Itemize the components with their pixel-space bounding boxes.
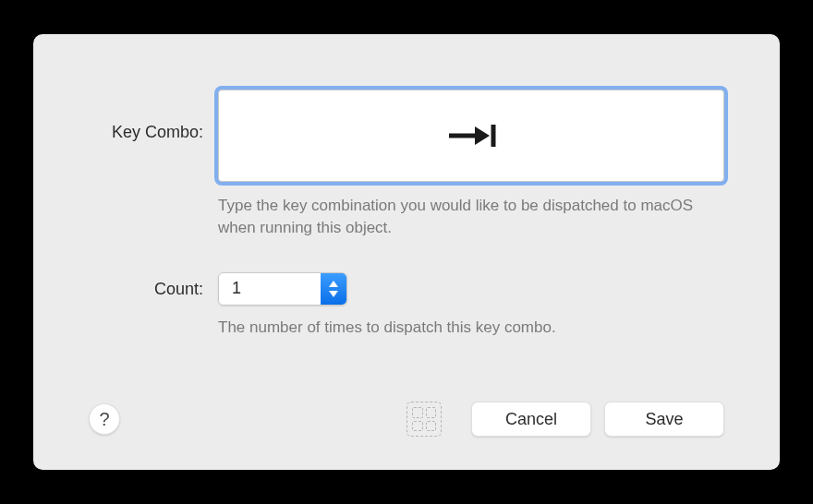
count-row: Count: 1 The number of times to dispatch… — [89, 272, 724, 339]
svg-marker-4 — [329, 291, 338, 297]
key-combo-dialog: Key Combo: Type the key combination you … — [33, 34, 780, 470]
dialog-footer: ? Cancel Save — [89, 402, 724, 437]
tab-key-icon — [443, 117, 499, 154]
key-combo-hint: Type the key combination you would like … — [218, 195, 724, 239]
save-button[interactable]: Save — [604, 402, 724, 437]
count-select[interactable]: 1 — [218, 272, 347, 306]
count-value: 1 — [219, 273, 321, 305]
svg-marker-3 — [329, 281, 338, 287]
help-icon: ? — [99, 409, 109, 430]
count-stepper-icon — [321, 273, 346, 305]
grid-icon-button[interactable] — [406, 402, 442, 437]
key-combo-row: Key Combo: Type the key combination you … — [89, 90, 724, 261]
count-hint: The number of times to dispatch this key… — [218, 317, 724, 339]
help-button[interactable]: ? — [89, 403, 120, 435]
svg-marker-1 — [475, 126, 490, 145]
cancel-button[interactable]: Cancel — [471, 402, 591, 437]
key-combo-label: Key Combo: — [89, 90, 218, 142]
key-combo-input[interactable] — [218, 90, 724, 182]
count-label: Count: — [89, 272, 218, 299]
